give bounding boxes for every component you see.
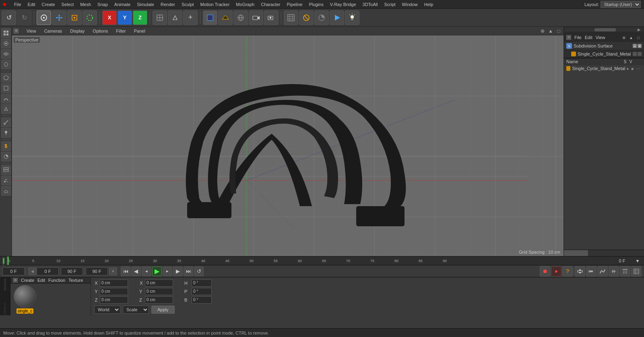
mode-help[interactable]: ? [562, 266, 573, 277]
vp-menu-options[interactable]: Options [91, 29, 109, 33]
left-tool-dollar[interactable]: $ [1, 141, 11, 151]
menu-script[interactable]: Script [381, 0, 398, 8]
view-cube-persp[interactable] [218, 10, 233, 25]
left-tool-measure[interactable] [1, 118, 11, 127]
vp-icon-maximize[interactable]: □ [555, 28, 562, 34]
prev-frame-btn[interactable]: ◀ [131, 267, 141, 276]
rp-scroll-right[interactable]: ▶ [638, 27, 642, 32]
vp-icon-expand[interactable]: ⊕ [539, 28, 546, 34]
mat-header-menu[interactable]: ⚙ [13, 278, 18, 283]
viewport[interactable]: ⚙ View Cameras Display Options Filter Pa… [12, 27, 564, 256]
subdivision-surface-item[interactable]: S Subdivision Surface ● ■ [564, 42, 644, 50]
vp-menu-display[interactable]: Display [68, 29, 86, 33]
left-tool-poly[interactable] [1, 73, 11, 83]
end-frame-input2[interactable] [86, 267, 108, 275]
loop-btn[interactable]: ↺ [194, 267, 204, 276]
x-input2[interactable] [145, 279, 173, 287]
scale-tool-btn[interactable] [67, 10, 82, 25]
menu-file[interactable]: File [11, 0, 25, 8]
add-btn[interactable]: + [183, 10, 198, 25]
rp-file-menu[interactable]: File [574, 35, 582, 40]
obj-vis-1[interactable]: ● [633, 44, 637, 48]
go-end-btn[interactable]: ⏭ [184, 267, 193, 276]
apply-button[interactable]: Apply [151, 306, 175, 314]
view-cube-front[interactable] [203, 10, 217, 25]
redo-btn[interactable]: ↻ [17, 10, 31, 25]
menu-simulate[interactable]: Simulate [134, 0, 157, 8]
menu-window[interactable]: Window [399, 0, 421, 8]
menu-create[interactable]: Create [39, 0, 58, 8]
obj-lock-1[interactable]: ■ [638, 44, 642, 48]
left-tool-brush[interactable] [1, 128, 11, 138]
y-input[interactable] [100, 288, 128, 295]
rotate-tool-btn[interactable] [83, 10, 97, 25]
menu-help[interactable]: Help [421, 0, 437, 8]
mode-markers[interactable] [620, 266, 630, 277]
left-tool-lasso[interactable] [1, 60, 11, 69]
undo-btn[interactable]: ↺ [2, 10, 16, 25]
left-tool-loop[interactable] [1, 49, 11, 59]
vp-menu-filter[interactable]: Filter [114, 29, 127, 33]
z-input[interactable] [100, 296, 128, 304]
object-mode-btn[interactable] [37, 10, 51, 25]
next-frame2-btn[interactable]: ▶ [173, 267, 183, 276]
view-3d-btn[interactable] [233, 10, 248, 25]
left-tool-objects[interactable] [1, 28, 11, 38]
scale-dropdown[interactable]: Scale Size [123, 306, 149, 314]
menu-mograph[interactable]: MoGraph [233, 0, 258, 8]
menu-edit[interactable]: Edit [25, 0, 39, 8]
obj-row-cycle[interactable]: Single_Cycle_Stand_Metal ● ■ ··· [564, 65, 644, 72]
left-tool-mat[interactable] [1, 152, 11, 161]
vp-menu-view[interactable]: View [25, 29, 38, 33]
menu-mesh[interactable]: Mesh [77, 0, 94, 8]
rp-close[interactable]: □ [635, 34, 642, 41]
menu-snap[interactable]: Snap [94, 0, 111, 8]
menu-sculpt[interactable]: Sculpt [178, 0, 197, 8]
menu-character[interactable]: Character [258, 0, 283, 8]
next-frame-btn[interactable]: ▸ [163, 267, 172, 276]
mode-fcurve[interactable] [597, 266, 608, 277]
display-filter-btn[interactable] [299, 10, 314, 25]
play-btn[interactable]: ▶ [152, 267, 162, 276]
timeline-ruler[interactable]: 0 5 10 15 20 25 30 35 40 45 50 55 60 65 … [6, 256, 610, 265]
current-frame-input[interactable] [2, 267, 25, 275]
z-axis-btn[interactable]: Z [133, 10, 147, 25]
frame-decrease[interactable]: ◀ [28, 267, 36, 275]
menu-pipeline[interactable]: Pipeline [284, 0, 306, 8]
y-axis-btn[interactable]: Y [118, 10, 132, 25]
z-input2[interactable] [145, 296, 173, 304]
h-input[interactable] [192, 279, 212, 287]
edit-camera-btn[interactable] [264, 10, 279, 25]
light-btn[interactable] [345, 10, 359, 25]
cycle-stand-item[interactable]: Single_Cycle_Stand_Metal [564, 50, 644, 58]
left-tool-particles[interactable] [1, 176, 11, 185]
mode-key-sel[interactable] [586, 266, 597, 277]
menu-motion-tracker[interactable]: Motion Tracker [197, 0, 233, 8]
rp-expand[interactable]: ⊕ [621, 34, 627, 41]
mode-auto-key[interactable]: ⏺ [540, 266, 550, 277]
start-frame-input[interactable] [37, 267, 59, 275]
vp-menu-cameras[interactable]: Cameras [43, 29, 64, 33]
shading-btn[interactable] [314, 10, 329, 25]
mat-function[interactable]: Function [48, 278, 65, 283]
left-tool-box[interactable] [1, 83, 11, 93]
rp-arrow-up[interactable]: ▲ [628, 34, 634, 41]
grid-toggle-btn[interactable] [284, 10, 298, 25]
obj-vis-2[interactable] [633, 52, 637, 56]
left-tool-pen[interactable] [1, 104, 11, 114]
render-view-btn[interactable] [330, 10, 344, 25]
camera-btn[interactable] [249, 10, 263, 25]
snap-btn[interactable] [168, 10, 182, 25]
vp-icon-up[interactable]: ▲ [547, 28, 554, 34]
menu-3dtoall[interactable]: 3DToAll [359, 0, 381, 8]
mode-motion[interactable] [609, 266, 619, 277]
mat-create[interactable]: Create [21, 278, 34, 283]
y-input2[interactable] [145, 288, 173, 295]
world-dropdown[interactable]: World Object [94, 306, 120, 314]
mat-edit[interactable]: Edit [37, 278, 45, 283]
go-start-btn[interactable]: ⏮ [121, 267, 130, 276]
frame-increase[interactable]: ▼ [109, 267, 117, 275]
x-axis-btn[interactable]: X [102, 10, 117, 25]
mode-record[interactable]: ● [551, 266, 561, 277]
menu-plugins[interactable]: Plugins [306, 0, 327, 8]
